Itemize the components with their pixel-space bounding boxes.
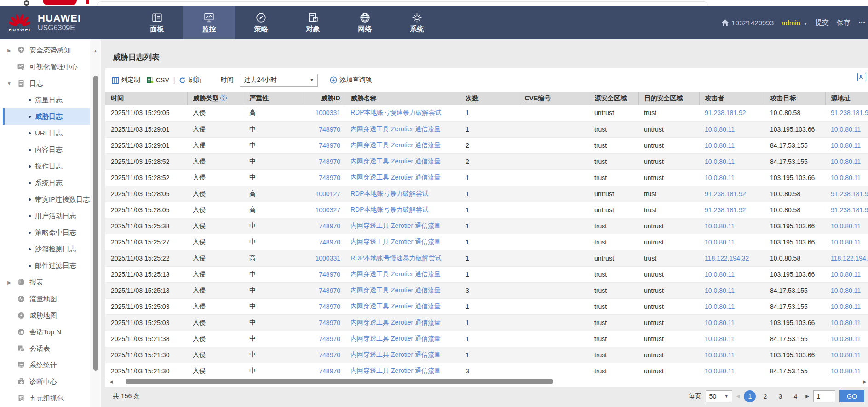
cell-threat-name[interactable]: RDP本地账号慢速暴力破解尝试 bbox=[345, 105, 460, 121]
cell-threat-id[interactable]: 1000331 bbox=[305, 105, 345, 121]
cell-threat-name[interactable]: 内网穿透工具 Zerotier 通信流量 bbox=[345, 266, 460, 282]
cell-threat-id[interactable]: 748970 bbox=[305, 266, 345, 282]
cell-threat-id[interactable]: 748970 bbox=[305, 331, 345, 347]
next-page-button[interactable]: ▶ bbox=[805, 394, 809, 399]
sidebar-item-报表[interactable]: ▶报表 bbox=[0, 274, 90, 291]
cell-attacker[interactable]: 10.0.80.11 bbox=[699, 266, 765, 282]
nav-tab-面板[interactable]: 面板 bbox=[131, 6, 183, 39]
cell-src-addr[interactable]: 10.0.80.11 bbox=[825, 266, 868, 282]
cell-threat-name[interactable]: 内网穿透工具 Zerotier 通信流量 bbox=[345, 169, 460, 186]
cell-threat-id[interactable]: 748970 bbox=[305, 218, 345, 234]
cell-src-addr[interactable]: 10.0.80.11 bbox=[825, 314, 868, 331]
table-row[interactable]: 2025/11/03 15:28:52入侵中748970内网穿透工具 Zerot… bbox=[105, 153, 868, 169]
cell-threat-id[interactable]: 1000127 bbox=[305, 186, 345, 202]
export-csv-button[interactable]: CSV bbox=[147, 76, 169, 84]
nav-tab-系统[interactable]: 系统 bbox=[391, 6, 443, 39]
chevron-right-icon[interactable]: ▶ bbox=[6, 48, 13, 53]
cell-threat-name[interactable]: 内网穿透工具 Zerotier 通信流量 bbox=[345, 331, 460, 347]
page-button-2[interactable]: 2 bbox=[759, 390, 771, 402]
log-settings-icon[interactable] bbox=[857, 73, 866, 81]
cell-attacker[interactable]: 10.0.80.11 bbox=[699, 282, 765, 298]
cell-threat-id[interactable]: 748970 bbox=[305, 347, 345, 363]
scrollbar-thumb[interactable] bbox=[126, 379, 553, 384]
table-row[interactable]: 2025/11/03 15:29:01入侵中748970内网穿透工具 Zerot… bbox=[105, 121, 868, 137]
cell-src-addr[interactable]: 10.0.80.11 bbox=[825, 363, 868, 379]
sidebar-item-会话Top N[interactable]: 会话Top N bbox=[0, 324, 90, 340]
cell-threat-name[interactable]: 内网穿透工具 Zerotier 通信流量 bbox=[345, 137, 460, 153]
sidebar-item-URL日志[interactable]: URL日志 bbox=[0, 125, 90, 141]
prev-page-button[interactable]: ◀ bbox=[736, 394, 740, 399]
column-header-threat-id[interactable]: 威胁ID bbox=[305, 92, 345, 105]
sidebar-item-五元组抓包[interactable]: 五元组抓包 bbox=[0, 390, 90, 407]
page-button-1[interactable]: 1 bbox=[744, 390, 756, 402]
table-row[interactable]: 2025/11/03 15:28:52入侵中748970内网穿透工具 Zerot… bbox=[105, 169, 868, 186]
cell-src-addr[interactable]: 10.0.80.11 bbox=[825, 282, 868, 298]
cell-threat-id[interactable]: 748970 bbox=[305, 121, 345, 137]
cell-threat-id[interactable]: 1000327 bbox=[305, 202, 345, 218]
nav-tab-对象[interactable]: 对象 bbox=[287, 6, 339, 39]
sidebar-item-策略命中日志[interactable]: 策略命中日志 bbox=[0, 224, 90, 241]
column-header-attacker[interactable]: 攻击者 bbox=[699, 92, 765, 105]
refresh-button[interactable]: 刷新 bbox=[179, 76, 201, 84]
column-header-count[interactable]: 次数 bbox=[460, 92, 519, 105]
cell-src-addr[interactable]: 10.0.80.11 bbox=[825, 153, 868, 169]
browser-tab[interactable] bbox=[43, 0, 77, 5]
column-header-type[interactable]: 威胁类型? bbox=[187, 92, 244, 105]
cell-threat-name[interactable]: 内网穿透工具 Zerotier 通信流量 bbox=[345, 234, 460, 250]
cell-threat-id[interactable]: 748970 bbox=[305, 314, 345, 331]
scroll-left-icon[interactable]: ◀ bbox=[108, 379, 115, 384]
cell-attacker[interactable]: 10.0.80.11 bbox=[699, 234, 765, 250]
sidebar-item-系统统计[interactable]: 系统统计 bbox=[0, 357, 90, 373]
user-menu[interactable]: admin ▼ bbox=[782, 19, 807, 27]
cell-src-addr[interactable]: 10.0.80.11 bbox=[825, 137, 868, 153]
cell-threat-name[interactable]: RDP本地账号暴力破解尝试 bbox=[345, 202, 460, 218]
nav-tab-策略[interactable]: 策略 bbox=[235, 6, 287, 39]
sidebar-item-邮件过滤日志[interactable]: 邮件过滤日志 bbox=[0, 257, 90, 274]
more-menu-button[interactable]: ⋯ bbox=[858, 18, 866, 27]
cell-threat-id[interactable]: 748970 bbox=[305, 169, 345, 186]
column-header-time[interactable]: 时间 bbox=[105, 92, 187, 105]
cell-src-addr[interactable]: 10.0.80.11 bbox=[825, 169, 868, 186]
go-button[interactable]: GO bbox=[839, 390, 864, 402]
nav-tab-网络[interactable]: 网络 bbox=[339, 6, 391, 39]
sidebar-item-操作日志[interactable]: 操作日志 bbox=[0, 158, 90, 174]
cell-attacker[interactable]: 10.0.80.11 bbox=[699, 314, 765, 331]
cell-attacker[interactable]: 10.0.80.11 bbox=[699, 137, 765, 153]
cell-threat-name[interactable]: 内网穿透工具 Zerotier 通信流量 bbox=[345, 314, 460, 331]
sidebar-item-用户活动日志[interactable]: 用户活动日志 bbox=[0, 208, 90, 224]
cell-attacker[interactable]: 10.0.80.11 bbox=[699, 121, 765, 137]
cell-attacker[interactable]: 10.0.80.11 bbox=[699, 298, 765, 314]
cell-threat-id[interactable]: 748970 bbox=[305, 298, 345, 314]
table-row[interactable]: 2025/11/03 15:25:13入侵中748970内网穿透工具 Zerot… bbox=[105, 266, 868, 282]
sidebar-item-系统日志[interactable]: 系统日志 bbox=[0, 174, 90, 191]
table-row[interactable]: 2025/11/03 15:25:38入侵中748970内网穿透工具 Zerot… bbox=[105, 218, 868, 234]
cell-threat-name[interactable]: 内网穿透工具 Zerotier 通信流量 bbox=[345, 298, 460, 314]
column-header-threat-name[interactable]: 威胁名称 bbox=[345, 92, 460, 105]
horizontal-scrollbar[interactable]: ◀ ▶ bbox=[108, 378, 868, 384]
cell-threat-name[interactable]: 内网穿透工具 Zerotier 通信流量 bbox=[345, 218, 460, 234]
sidebar-item-流量地图[interactable]: 流量地图 bbox=[0, 291, 90, 307]
column-header-severity[interactable]: 严重性 bbox=[244, 92, 305, 105]
per-page-select[interactable]: 50 ▼ bbox=[706, 390, 732, 402]
cell-attacker[interactable]: 10.0.80.11 bbox=[699, 363, 765, 379]
help-icon[interactable]: ? bbox=[220, 95, 227, 101]
cell-threat-id[interactable]: 748970 bbox=[305, 137, 345, 153]
save-button[interactable]: 保存 bbox=[837, 18, 851, 27]
cell-attacker[interactable]: 91.238.181.92 bbox=[699, 186, 765, 202]
time-range-select[interactable]: 过去24小时 ▼ bbox=[240, 74, 318, 87]
table-row[interactable]: 2025/11/03 15:21:30入侵中748970内网穿透工具 Zerot… bbox=[105, 363, 868, 379]
device-id-group[interactable]: 10321429993 bbox=[721, 19, 774, 27]
cell-threat-id[interactable]: 748970 bbox=[305, 363, 345, 379]
cell-src-addr[interactable]: 10.0.80.11 bbox=[825, 331, 868, 347]
goto-page-input[interactable] bbox=[813, 390, 835, 402]
cell-attacker[interactable]: 118.122.194.32 bbox=[699, 250, 765, 266]
sidebar-item-会话表[interactable]: 会话表 bbox=[0, 340, 90, 357]
cell-threat-name[interactable]: 内网穿透工具 Zerotier 通信流量 bbox=[345, 347, 460, 363]
cell-src-addr[interactable]: 10.0.80.11 bbox=[825, 298, 868, 314]
cell-attacker[interactable]: 10.0.80.11 bbox=[699, 218, 765, 234]
sidebar-item-安全态势感知[interactable]: ▶安全态势感知 bbox=[0, 42, 90, 58]
column-custom-button[interactable]: 列定制 bbox=[112, 76, 140, 84]
cell-src-addr[interactable]: 91.238.181.92 bbox=[825, 186, 868, 202]
table-row[interactable]: 2025/11/03 15:25:03入侵中748970内网穿透工具 Zerot… bbox=[105, 314, 868, 331]
cell-src-addr[interactable]: 91.238.181.92 bbox=[825, 105, 868, 121]
